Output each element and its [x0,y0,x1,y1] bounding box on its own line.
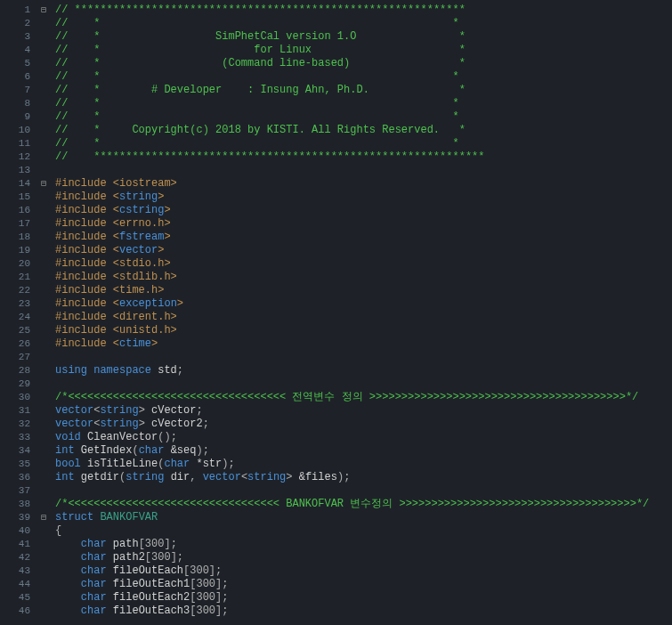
code-line[interactable]: // *************************************… [55,150,672,164]
code-line[interactable]: struct BANKOFVAR [55,511,672,524]
code-line[interactable]: // * * [55,17,672,30]
code-token: > [158,191,164,203]
code-token: #include [55,271,113,283]
code-line[interactable]: // * (Command line-based) * [55,57,672,70]
code-line[interactable]: // * for Linux * [55,44,672,57]
fold-marker[interactable]: ⊟ [37,4,50,17]
code-line[interactable]: // * * [55,137,672,150]
code-line[interactable]: // * * [55,70,672,84]
fold-marker [37,391,50,404]
code-line[interactable]: #include <stdio.h> [55,257,672,271]
code-token: [300]; [190,591,228,604]
line-number: 21 [0,271,30,284]
fold-marker[interactable]: ⊟ [37,177,50,191]
code-line[interactable]: // * # Developer : Insung Ahn, Ph.D. * [55,84,672,97]
code-line[interactable]: int GetIndex(char &seq); [55,444,672,458]
code-line[interactable]: #include <errno.h> [55,217,672,231]
code-line[interactable]: using namespace std; [55,364,672,377]
code-line[interactable]: #include <dirent.h> [55,311,672,324]
code-token: ; [203,418,209,430]
code-token: string [100,404,138,417]
code-line[interactable]: #include <exception> [55,297,672,311]
code-line[interactable]: char fileOutEach3[300]; [55,605,672,618]
line-number: 36 [0,471,30,484]
code-line[interactable]: #include <fstream> [55,231,672,244]
code-line[interactable]: /*<<<<<<<<<<<<<<<<<<<<<<<<<<<<<<<<< BANK… [55,498,672,511]
code-token: ); [196,444,208,457]
fold-column[interactable]: ⊟⊟⊟ [37,0,50,625]
code-line[interactable]: vector<string> cVector2; [55,418,672,431]
code-line[interactable]: char fileOutEach[300]; [55,564,672,578]
code-token: , [190,471,202,483]
code-line[interactable]: char fileOutEach1[300]; [55,578,672,591]
code-token: #include [55,324,113,337]
line-number: 38 [0,498,30,511]
code-area[interactable]: // *************************************… [50,0,672,625]
line-number: 27 [0,351,30,364]
code-token: isTitleLine [87,458,158,470]
line-number: 45 [0,591,30,605]
code-token: path2 [113,551,145,564]
line-number: 10 [0,124,30,137]
code-token: &files [299,471,337,483]
code-line[interactable]: bool isTitleLine(char *str); [55,458,672,471]
code-line[interactable]: #include <iostream> [55,177,672,191]
code-line[interactable]: #include <stdlib.h> [55,271,672,284]
line-number: 44 [0,578,30,591]
code-line[interactable]: int getdir(string dir, vector<string> &f… [55,471,672,484]
code-token: #include [55,204,113,216]
code-line[interactable]: #include <cstring> [55,204,672,217]
code-token: // *************************************… [55,150,484,163]
code-line[interactable]: { [55,524,672,538]
code-token [55,564,81,577]
code-token: CleanVector [87,431,158,443]
code-line[interactable]: char fileOutEach2[300]; [55,591,672,605]
code-line[interactable]: void CleanVector(); [55,431,672,444]
code-line[interactable]: vector<string> cVector; [55,404,672,418]
line-number: 24 [0,311,30,324]
fold-marker [37,364,50,377]
code-line[interactable]: /*<<<<<<<<<<<<<<<<<<<<<<<<<<<<<<<<<< 전역변… [55,391,672,404]
code-token: char [164,458,196,470]
code-line[interactable]: // * * [55,110,672,124]
code-token: cstring [119,204,164,216]
fold-marker [37,498,50,511]
fold-marker [37,605,50,618]
code-line[interactable]: #include <ctime> [55,337,672,351]
code-line[interactable] [55,377,672,391]
code-line[interactable]: // *************************************… [55,4,672,17]
fold-marker [37,484,50,498]
code-token: ); [337,471,350,483]
code-line[interactable]: char path[300]; [55,538,672,551]
code-line[interactable] [55,164,672,177]
code-line[interactable] [55,351,672,364]
code-line[interactable]: #include <vector> [55,244,672,257]
code-token: GetIndex [81,444,133,457]
code-line[interactable]: // * SimPhetCal version 1.O * [55,30,672,44]
code-token: dir [171,471,190,483]
code-token: [300]; [190,605,228,617]
code-editor[interactable]: 1234567891011121314151617181920212223242… [0,0,672,625]
code-line[interactable]: // * * [55,97,672,110]
code-token: exception [119,297,177,310]
code-token: vector [55,404,93,417]
code-line[interactable]: #include <unistd.h> [55,324,672,337]
code-line[interactable]: #include <string> [55,191,672,204]
line-number: 34 [0,444,30,458]
code-token: [300]; [145,551,183,564]
code-line[interactable] [55,484,672,498]
code-token: #include [55,217,113,230]
line-number: 15 [0,191,30,204]
fold-marker [37,284,50,297]
code-token: string [119,191,158,203]
fold-marker [37,191,50,204]
fold-marker [37,311,50,324]
fold-marker [37,44,50,57]
code-token: fstream [119,231,164,243]
code-line[interactable]: // * Copyright(c) 2018 by KISTI. All Rig… [55,124,672,137]
fold-marker[interactable]: ⊟ [37,511,50,524]
code-token: vector [203,471,241,483]
code-token: int [55,444,81,457]
code-line[interactable]: char path2[300]; [55,551,672,564]
code-line[interactable]: #include <time.h> [55,284,672,297]
